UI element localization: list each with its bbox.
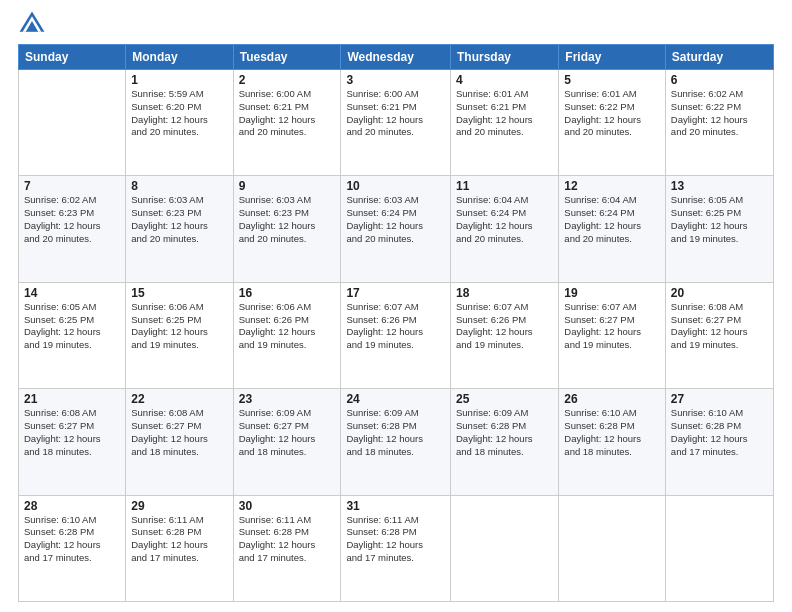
day-info: Sunrise: 6:10 AMSunset: 6:28 PMDaylight:… bbox=[24, 514, 120, 565]
day-number: 17 bbox=[346, 286, 445, 300]
day-info: Sunrise: 6:01 AMSunset: 6:21 PMDaylight:… bbox=[456, 88, 553, 139]
header-monday: Monday bbox=[126, 45, 233, 70]
calendar-week-row: 1Sunrise: 5:59 AMSunset: 6:20 PMDaylight… bbox=[19, 70, 774, 176]
day-info: Sunrise: 6:05 AMSunset: 6:25 PMDaylight:… bbox=[671, 194, 768, 245]
day-info: Sunrise: 6:06 AMSunset: 6:26 PMDaylight:… bbox=[239, 301, 336, 352]
day-info: Sunrise: 6:02 AMSunset: 6:22 PMDaylight:… bbox=[671, 88, 768, 139]
calendar-cell: 10Sunrise: 6:03 AMSunset: 6:24 PMDayligh… bbox=[341, 176, 451, 282]
calendar-cell: 4Sunrise: 6:01 AMSunset: 6:21 PMDaylight… bbox=[451, 70, 559, 176]
day-number: 10 bbox=[346, 179, 445, 193]
header bbox=[18, 10, 774, 38]
day-number: 8 bbox=[131, 179, 227, 193]
header-saturday: Saturday bbox=[665, 45, 773, 70]
day-info: Sunrise: 6:09 AMSunset: 6:28 PMDaylight:… bbox=[456, 407, 553, 458]
day-number: 3 bbox=[346, 73, 445, 87]
day-info: Sunrise: 6:03 AMSunset: 6:23 PMDaylight:… bbox=[239, 194, 336, 245]
day-info: Sunrise: 6:07 AMSunset: 6:26 PMDaylight:… bbox=[346, 301, 445, 352]
calendar-cell: 24Sunrise: 6:09 AMSunset: 6:28 PMDayligh… bbox=[341, 389, 451, 495]
calendar-cell: 2Sunrise: 6:00 AMSunset: 6:21 PMDaylight… bbox=[233, 70, 341, 176]
day-info: Sunrise: 6:03 AMSunset: 6:24 PMDaylight:… bbox=[346, 194, 445, 245]
calendar-cell bbox=[559, 495, 666, 601]
day-number: 30 bbox=[239, 499, 336, 513]
day-number: 27 bbox=[671, 392, 768, 406]
calendar-cell: 26Sunrise: 6:10 AMSunset: 6:28 PMDayligh… bbox=[559, 389, 666, 495]
calendar-cell: 12Sunrise: 6:04 AMSunset: 6:24 PMDayligh… bbox=[559, 176, 666, 282]
day-info: Sunrise: 6:08 AMSunset: 6:27 PMDaylight:… bbox=[131, 407, 227, 458]
day-info: Sunrise: 6:08 AMSunset: 6:27 PMDaylight:… bbox=[24, 407, 120, 458]
day-number: 13 bbox=[671, 179, 768, 193]
calendar-cell: 20Sunrise: 6:08 AMSunset: 6:27 PMDayligh… bbox=[665, 282, 773, 388]
calendar-cell bbox=[451, 495, 559, 601]
calendar-week-row: 28Sunrise: 6:10 AMSunset: 6:28 PMDayligh… bbox=[19, 495, 774, 601]
calendar-cell: 13Sunrise: 6:05 AMSunset: 6:25 PMDayligh… bbox=[665, 176, 773, 282]
calendar-cell: 31Sunrise: 6:11 AMSunset: 6:28 PMDayligh… bbox=[341, 495, 451, 601]
day-info: Sunrise: 6:09 AMSunset: 6:28 PMDaylight:… bbox=[346, 407, 445, 458]
header-sunday: Sunday bbox=[19, 45, 126, 70]
day-number: 31 bbox=[346, 499, 445, 513]
day-info: Sunrise: 6:04 AMSunset: 6:24 PMDaylight:… bbox=[456, 194, 553, 245]
header-friday: Friday bbox=[559, 45, 666, 70]
day-info: Sunrise: 6:10 AMSunset: 6:28 PMDaylight:… bbox=[564, 407, 660, 458]
calendar-cell: 16Sunrise: 6:06 AMSunset: 6:26 PMDayligh… bbox=[233, 282, 341, 388]
day-number: 2 bbox=[239, 73, 336, 87]
day-number: 18 bbox=[456, 286, 553, 300]
calendar-cell: 14Sunrise: 6:05 AMSunset: 6:25 PMDayligh… bbox=[19, 282, 126, 388]
day-info: Sunrise: 6:11 AMSunset: 6:28 PMDaylight:… bbox=[346, 514, 445, 565]
calendar-cell: 28Sunrise: 6:10 AMSunset: 6:28 PMDayligh… bbox=[19, 495, 126, 601]
calendar-cell: 3Sunrise: 6:00 AMSunset: 6:21 PMDaylight… bbox=[341, 70, 451, 176]
day-info: Sunrise: 6:05 AMSunset: 6:25 PMDaylight:… bbox=[24, 301, 120, 352]
calendar-cell: 8Sunrise: 6:03 AMSunset: 6:23 PMDaylight… bbox=[126, 176, 233, 282]
day-number: 12 bbox=[564, 179, 660, 193]
calendar-cell: 7Sunrise: 6:02 AMSunset: 6:23 PMDaylight… bbox=[19, 176, 126, 282]
calendar-cell: 18Sunrise: 6:07 AMSunset: 6:26 PMDayligh… bbox=[451, 282, 559, 388]
calendar-cell: 23Sunrise: 6:09 AMSunset: 6:27 PMDayligh… bbox=[233, 389, 341, 495]
day-info: Sunrise: 6:06 AMSunset: 6:25 PMDaylight:… bbox=[131, 301, 227, 352]
day-number: 24 bbox=[346, 392, 445, 406]
calendar-cell: 1Sunrise: 5:59 AMSunset: 6:20 PMDaylight… bbox=[126, 70, 233, 176]
logo-icon bbox=[18, 10, 46, 38]
page: SundayMondayTuesdayWednesdayThursdayFrid… bbox=[0, 0, 792, 612]
day-info: Sunrise: 6:07 AMSunset: 6:27 PMDaylight:… bbox=[564, 301, 660, 352]
day-info: Sunrise: 6:09 AMSunset: 6:27 PMDaylight:… bbox=[239, 407, 336, 458]
calendar-cell: 17Sunrise: 6:07 AMSunset: 6:26 PMDayligh… bbox=[341, 282, 451, 388]
day-number: 4 bbox=[456, 73, 553, 87]
day-number: 26 bbox=[564, 392, 660, 406]
day-number: 19 bbox=[564, 286, 660, 300]
day-number: 20 bbox=[671, 286, 768, 300]
calendar-week-row: 21Sunrise: 6:08 AMSunset: 6:27 PMDayligh… bbox=[19, 389, 774, 495]
calendar-cell: 22Sunrise: 6:08 AMSunset: 6:27 PMDayligh… bbox=[126, 389, 233, 495]
day-number: 29 bbox=[131, 499, 227, 513]
day-info: Sunrise: 6:11 AMSunset: 6:28 PMDaylight:… bbox=[131, 514, 227, 565]
calendar-week-row: 7Sunrise: 6:02 AMSunset: 6:23 PMDaylight… bbox=[19, 176, 774, 282]
day-number: 21 bbox=[24, 392, 120, 406]
day-info: Sunrise: 6:04 AMSunset: 6:24 PMDaylight:… bbox=[564, 194, 660, 245]
calendar-cell: 6Sunrise: 6:02 AMSunset: 6:22 PMDaylight… bbox=[665, 70, 773, 176]
day-number: 15 bbox=[131, 286, 227, 300]
day-info: Sunrise: 5:59 AMSunset: 6:20 PMDaylight:… bbox=[131, 88, 227, 139]
day-number: 14 bbox=[24, 286, 120, 300]
header-thursday: Thursday bbox=[451, 45, 559, 70]
calendar-cell: 27Sunrise: 6:10 AMSunset: 6:28 PMDayligh… bbox=[665, 389, 773, 495]
day-number: 6 bbox=[671, 73, 768, 87]
calendar-cell bbox=[19, 70, 126, 176]
calendar-cell: 19Sunrise: 6:07 AMSunset: 6:27 PMDayligh… bbox=[559, 282, 666, 388]
day-number: 25 bbox=[456, 392, 553, 406]
logo bbox=[18, 10, 50, 38]
day-number: 11 bbox=[456, 179, 553, 193]
calendar-cell bbox=[665, 495, 773, 601]
calendar-header-row: SundayMondayTuesdayWednesdayThursdayFrid… bbox=[19, 45, 774, 70]
day-info: Sunrise: 6:10 AMSunset: 6:28 PMDaylight:… bbox=[671, 407, 768, 458]
calendar-cell: 5Sunrise: 6:01 AMSunset: 6:22 PMDaylight… bbox=[559, 70, 666, 176]
day-number: 23 bbox=[239, 392, 336, 406]
calendar-cell: 30Sunrise: 6:11 AMSunset: 6:28 PMDayligh… bbox=[233, 495, 341, 601]
day-info: Sunrise: 6:11 AMSunset: 6:28 PMDaylight:… bbox=[239, 514, 336, 565]
calendar-cell: 21Sunrise: 6:08 AMSunset: 6:27 PMDayligh… bbox=[19, 389, 126, 495]
day-number: 5 bbox=[564, 73, 660, 87]
day-info: Sunrise: 6:07 AMSunset: 6:26 PMDaylight:… bbox=[456, 301, 553, 352]
day-info: Sunrise: 6:08 AMSunset: 6:27 PMDaylight:… bbox=[671, 301, 768, 352]
day-info: Sunrise: 6:00 AMSunset: 6:21 PMDaylight:… bbox=[346, 88, 445, 139]
day-info: Sunrise: 6:02 AMSunset: 6:23 PMDaylight:… bbox=[24, 194, 120, 245]
day-number: 22 bbox=[131, 392, 227, 406]
day-number: 16 bbox=[239, 286, 336, 300]
day-info: Sunrise: 6:03 AMSunset: 6:23 PMDaylight:… bbox=[131, 194, 227, 245]
